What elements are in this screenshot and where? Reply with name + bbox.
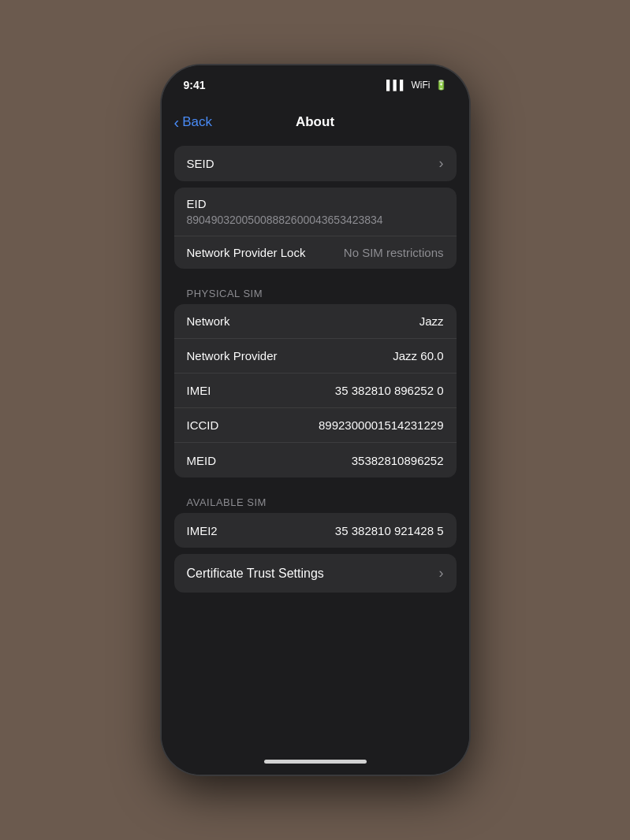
back-label: Back: [182, 114, 212, 130]
imei2-value: 35 382810 921428 5: [335, 524, 444, 537]
seid-chevron: ›: [439, 155, 444, 172]
scroll-area[interactable]: SEID › EID 89049032005008882600043653423…: [162, 139, 469, 748]
network-row: Network Jazz: [174, 304, 457, 339]
available-sim-card: IMEI2 35 382810 921428 5: [174, 513, 457, 548]
eid-section: EID 89049032005008882600043653423834 Net…: [174, 188, 457, 269]
certificate-trust-card: Certificate Trust Settings ›: [174, 554, 457, 593]
imei-row: IMEI 35 382810 896252 0: [174, 374, 457, 408]
battery-icon: 🔋: [435, 80, 447, 91]
iccid-row: ICCID 8992300001514231229: [174, 408, 457, 443]
nav-bar: ‹ Back About: [162, 105, 469, 139]
imei2-label: IMEI2: [187, 524, 218, 537]
seid-label: SEID: [187, 157, 214, 170]
network-value: Jazz: [419, 314, 444, 328]
iccid-value: 8992300001514231229: [319, 418, 444, 432]
available-sim-header: AVAILABLE SIM: [174, 484, 457, 513]
iccid-label: ICCID: [187, 418, 219, 432]
home-indicator: [162, 748, 469, 775]
imei-value: 35 382810 896252 0: [335, 384, 444, 397]
wifi-icon: WiFi: [412, 80, 431, 91]
certificate-trust-row[interactable]: Certificate Trust Settings ›: [174, 554, 457, 593]
imei2-row: IMEI2 35 382810 921428 5: [174, 513, 457, 548]
network-provider-value: Jazz 60.0: [393, 349, 443, 362]
certificate-trust-chevron: ›: [439, 565, 444, 582]
back-button[interactable]: ‹ Back: [174, 113, 212, 132]
network-label: Network: [187, 314, 230, 328]
network-lock-label: Network Provider Lock: [187, 246, 306, 259]
eid-value: 89049032005008882600043653423834: [187, 214, 444, 226]
meid-value: 35382810896252: [352, 454, 444, 467]
time: 9:41: [184, 79, 206, 91]
physical-sim-header: PHYSICAL SIM: [174, 275, 457, 304]
eid-row: EID 89049032005008882600043653423834: [174, 188, 457, 236]
certificate-trust-label: Certificate Trust Settings: [187, 567, 324, 581]
meid-row: MEID 35382810896252: [174, 443, 457, 478]
physical-sim-card: Network Jazz Network Provider Jazz 60.0 …: [174, 304, 457, 478]
eid-label: EID: [187, 197, 444, 210]
network-provider-row: Network Provider Jazz 60.0: [174, 339, 457, 374]
back-arrow-icon: ‹: [174, 113, 180, 132]
network-provider-label: Network Provider: [187, 349, 278, 362]
imei-label: IMEI: [187, 384, 211, 397]
signal-icon: ▌▌▌: [386, 80, 407, 91]
home-bar: [264, 760, 367, 764]
seid-row[interactable]: SEID ›: [174, 146, 457, 181]
page-title: About: [296, 114, 334, 130]
status-bar: 9:41 ▌▌▌ WiFi 🔋: [162, 65, 469, 105]
meid-label: MEID: [187, 454, 217, 467]
network-lock-value: No SIM restrictions: [344, 246, 444, 259]
phone-frame: 9:41 ▌▌▌ WiFi 🔋 ‹ Back About SEID › EID …: [162, 65, 469, 775]
network-lock-row: Network Provider Lock No SIM restriction…: [174, 236, 457, 269]
seid-card: SEID ›: [174, 146, 457, 181]
